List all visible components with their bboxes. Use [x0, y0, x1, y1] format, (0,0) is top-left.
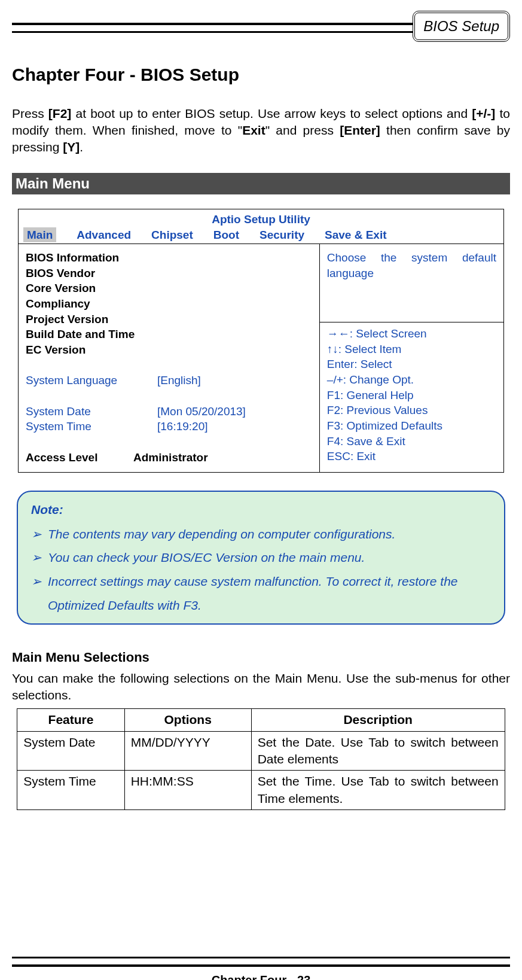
intro-text: " and press [265, 123, 340, 137]
footer-rule [12, 957, 510, 967]
system-time-label: System Time [26, 419, 157, 434]
cell-options: MM/DD/YYYY [124, 731, 251, 771]
bios-tab-boot: Boot [213, 227, 239, 243]
bios-tab-main: Main [23, 227, 56, 243]
col-feature: Feature [17, 709, 124, 731]
cell-description: Set the Date. Use Tab to switch between … [251, 731, 505, 771]
bios-tab-save-exit: Save & Exit [325, 227, 387, 243]
help-key-line: F1: General Help [327, 388, 496, 403]
table-header-row: Feature Options Description [17, 709, 505, 731]
bios-help-keys: →←: Select Screen ↑↓: Select Item Enter:… [320, 322, 503, 470]
selections-table: Feature Options Description System Date … [17, 708, 505, 810]
key-y: [Y] [63, 140, 80, 154]
key-plus-minus: [+/-] [472, 106, 495, 120]
bios-help-description: Choose the system default language [320, 244, 503, 322]
note-title: Note: [31, 501, 491, 518]
system-language-label: System Language [26, 373, 157, 388]
bios-utility-title: Aptio Setup Utility [19, 209, 503, 227]
key-f2: [F2] [48, 106, 72, 120]
cell-feature: System Time [17, 771, 124, 810]
header-badge: BIOS Setup [413, 11, 510, 42]
col-options: Options [124, 709, 251, 731]
help-key-line: Enter: Select [327, 357, 496, 372]
section-heading-main-menu: Main Menu [12, 173, 510, 194]
help-key-line: F4: Save & Exit [327, 434, 496, 449]
bios-build-label: Build Date and Time [26, 327, 312, 342]
intro-text: at boot up to enter BIOS setup. Use arro… [71, 106, 472, 120]
bios-tab-chipset: Chipset [151, 227, 193, 243]
help-key-line: F3: Optimized Defaults [327, 418, 496, 434]
note-item: Incorrect settings may cause system malf… [31, 570, 491, 617]
help-key-line: –/+: Change Opt. [327, 372, 496, 388]
header-rule: BIOS Setup [12, 23, 510, 33]
intro-text: Press [12, 106, 48, 120]
selections-paragraph: You can make the following selections on… [12, 670, 510, 704]
cell-options: HH:MM:SS [124, 771, 251, 810]
chapter-title: Chapter Four - BIOS Setup [12, 63, 510, 87]
exit-word: Exit [242, 123, 265, 137]
bios-screenshot: Aptio Setup Utility Main Advanced Chipse… [18, 209, 504, 473]
bios-tab-bar: Main Advanced Chipset Boot Security Save… [19, 227, 503, 245]
note-item: The contents may vary depending on compu… [31, 522, 491, 546]
help-key-line: ↑↓: Select Item [327, 342, 496, 357]
key-enter: [Enter] [340, 123, 380, 137]
note-box: Note: The contents may vary depending on… [17, 491, 505, 625]
system-time-value: [16:19:20] [157, 419, 208, 434]
bios-vendor-label: BIOS Vendor [26, 266, 312, 281]
table-row: System Date MM/DD/YYYY Set the Date. Use… [17, 731, 505, 771]
bios-ec-label: EC Version [26, 342, 312, 358]
intro-paragraph: Press [F2] at boot up to enter BIOS setu… [12, 105, 510, 156]
system-language-value: [English] [157, 373, 201, 388]
main-menu-selections-heading: Main Menu Selections [12, 649, 510, 666]
bios-core-label: Core Version [26, 281, 312, 296]
bios-left-panel: BIOS Information BIOS Vendor Core Versio… [19, 244, 319, 472]
bios-compliancy-label: Compliancy [26, 296, 312, 312]
access-level-value: Administrator [133, 450, 208, 465]
intro-text: . [80, 140, 83, 154]
help-key-line: ESC: Exit [327, 449, 496, 464]
bios-info-heading: BIOS Information [26, 250, 312, 266]
cell-description: Set the Time. Use Tab to switch between … [251, 771, 505, 810]
system-date-label: System Date [26, 404, 157, 419]
page-footer: Chapter Four - 23 [0, 972, 522, 980]
bios-tab-advanced: Advanced [77, 227, 131, 243]
note-item: You can check your BIOS/EC Version on th… [31, 546, 491, 570]
table-row: System Time HH:MM:SS Set the Time. Use T… [17, 771, 505, 810]
bios-tab-security: Security [260, 227, 304, 243]
help-key-line: F2: Previous Values [327, 403, 496, 418]
help-key-line: →←: Select Screen [327, 326, 496, 342]
system-date-value: [Mon 05/20/2013] [157, 404, 246, 419]
cell-feature: System Date [17, 731, 124, 771]
bios-project-label: Project Version [26, 312, 312, 327]
col-description: Description [251, 709, 505, 731]
header-badge-text: BIOS Setup [423, 18, 499, 34]
access-level-label: Access Level [26, 450, 133, 465]
